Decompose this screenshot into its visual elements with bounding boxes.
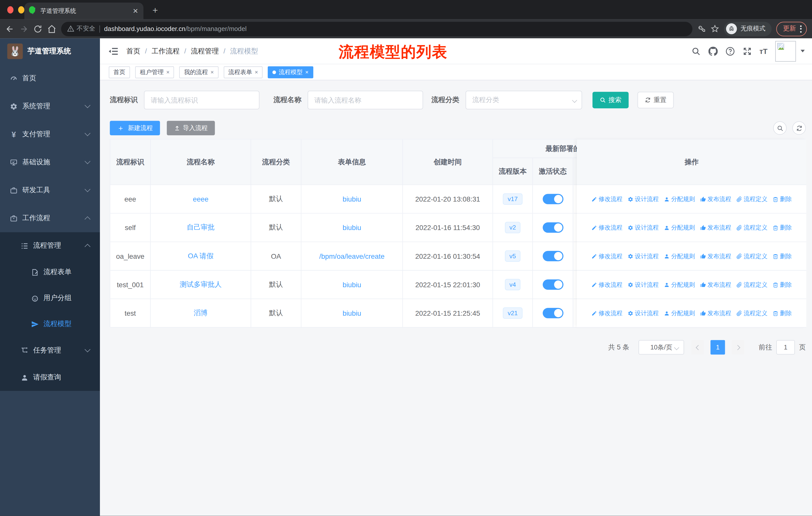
maximize-window-button[interactable] xyxy=(29,6,35,13)
sidebar-item-leave-query[interactable]: 请假查询 xyxy=(0,364,100,391)
search-button[interactable]: 搜索 xyxy=(592,92,629,108)
process-name-input[interactable] xyxy=(314,96,416,104)
sidebar-collapse-icon[interactable] xyxy=(109,47,119,55)
process-definition-link[interactable]: 流程定义 xyxy=(736,252,767,260)
design-process-link[interactable]: 设计流程 xyxy=(628,224,659,232)
version-badge[interactable]: v5 xyxy=(505,250,521,262)
tag-tenant[interactable]: 租户管理× xyxy=(135,66,174,78)
refresh-table-button[interactable] xyxy=(792,121,806,135)
form-info-link[interactable]: biubiu xyxy=(343,281,361,289)
goto-page-input[interactable] xyxy=(776,340,795,355)
model-name-link[interactable]: eeee xyxy=(193,195,208,203)
page-number-1[interactable]: 1 xyxy=(710,340,725,355)
assign-rule-link[interactable]: 分配规则 xyxy=(664,252,695,260)
modify-process-link[interactable]: 修改流程 xyxy=(591,224,622,232)
assign-rule-link[interactable]: 分配规则 xyxy=(664,309,695,317)
tab-close-icon[interactable]: ✕ xyxy=(133,7,138,15)
breadcrumb-workflow[interactable]: 工作流程 xyxy=(151,46,179,56)
tag-close-icon[interactable]: × xyxy=(166,69,169,75)
sidebar-item-system[interactable]: 系统管理 xyxy=(0,92,100,120)
bookmark-star-icon[interactable] xyxy=(710,24,719,33)
delete-link[interactable]: 删除 xyxy=(773,309,792,317)
reset-button[interactable]: 重置 xyxy=(638,92,674,108)
sidebar-item-process-management[interactable]: 流程管理 xyxy=(0,232,100,259)
show-search-button[interactable] xyxy=(773,121,787,135)
font-size-icon[interactable]: тT xyxy=(759,47,767,55)
tag-process-model[interactable]: 流程模型× xyxy=(268,66,313,78)
process-definition-link[interactable]: 流程定义 xyxy=(736,195,767,203)
form-info-link[interactable]: biubiu xyxy=(343,309,361,317)
publish-process-link[interactable]: 发布流程 xyxy=(700,309,731,317)
sidebar-item-home[interactable]: 首页 xyxy=(0,64,100,92)
page-size-select[interactable]: 10条/页 xyxy=(639,340,684,355)
assign-rule-link[interactable]: 分配规则 xyxy=(664,281,695,289)
sidebar-item-payment[interactable]: ¥ 支付管理 xyxy=(0,120,100,148)
sidebar-item-process-model[interactable]: 流程模型 xyxy=(0,311,100,337)
assign-rule-link[interactable]: 分配规则 xyxy=(664,195,695,203)
delete-link[interactable]: 删除 xyxy=(773,281,792,289)
avatar-caret-icon[interactable] xyxy=(801,50,805,52)
breadcrumb-home[interactable]: 首页 xyxy=(126,46,141,56)
model-name-link[interactable]: 滔博 xyxy=(194,308,208,318)
tag-home[interactable]: 首页 xyxy=(109,66,130,78)
fullscreen-icon[interactable] xyxy=(742,46,752,56)
design-process-link[interactable]: 设计流程 xyxy=(628,281,659,289)
process-definition-link[interactable]: 流程定义 xyxy=(736,281,767,289)
modify-process-link[interactable]: 修改流程 xyxy=(591,195,622,203)
delete-link[interactable]: 删除 xyxy=(773,252,792,260)
publish-process-link[interactable]: 发布流程 xyxy=(700,281,731,289)
tag-close-icon[interactable]: × xyxy=(210,69,214,75)
modify-process-link[interactable]: 修改流程 xyxy=(591,309,622,317)
active-toggle[interactable] xyxy=(543,308,563,318)
prev-page-button[interactable] xyxy=(691,340,704,355)
update-button[interactable]: 更新 xyxy=(776,21,807,36)
sidebar-item-user-group[interactable]: 用户分组 xyxy=(0,285,100,311)
sidebar-item-process-form[interactable]: 流程表单 xyxy=(0,259,100,285)
process-definition-link[interactable]: 流程定义 xyxy=(736,309,767,317)
new-tab-button[interactable]: ＋ xyxy=(151,4,160,16)
form-info-link[interactable]: /bpm/oa/leave/create xyxy=(319,252,384,260)
forward-icon[interactable] xyxy=(19,24,28,33)
process-definition-link[interactable]: 流程定义 xyxy=(736,224,767,232)
model-name-link[interactable]: 自己审批 xyxy=(187,223,215,232)
version-badge[interactable]: v17 xyxy=(503,193,522,205)
assign-rule-link[interactable]: 分配规则 xyxy=(664,224,695,232)
active-toggle[interactable] xyxy=(543,251,563,261)
form-info-link[interactable]: biubiu xyxy=(343,224,361,232)
process-name-field[interactable] xyxy=(308,91,423,109)
password-key-icon[interactable] xyxy=(697,24,706,33)
security-warning[interactable]: 不安全 xyxy=(67,24,95,33)
search-icon[interactable] xyxy=(691,46,700,56)
sidebar-item-workflow[interactable]: 工作流程 xyxy=(0,204,100,232)
publish-process-link[interactable]: 发布流程 xyxy=(700,195,731,203)
help-icon[interactable] xyxy=(725,46,735,56)
active-toggle[interactable] xyxy=(543,222,563,233)
tag-close-icon[interactable]: × xyxy=(305,69,308,75)
sidebar-item-task-management[interactable]: 任务管理 xyxy=(0,337,100,364)
github-icon[interactable] xyxy=(708,46,718,56)
home-icon[interactable] xyxy=(47,24,56,33)
design-process-link[interactable]: 设计流程 xyxy=(628,195,659,203)
address-bar[interactable]: 不安全 dashboard.yudao.iocoder.cn/bpm/manag… xyxy=(61,21,692,36)
delete-link[interactable]: 删除 xyxy=(773,224,792,232)
active-toggle[interactable] xyxy=(543,194,563,204)
minimize-window-button[interactable] xyxy=(18,6,24,13)
active-toggle[interactable] xyxy=(543,279,563,290)
form-info-link[interactable]: biubiu xyxy=(343,195,361,203)
category-select[interactable]: 流程分类 xyxy=(466,91,582,109)
browser-menu-icon[interactable] xyxy=(800,25,802,32)
breadcrumb-process-management[interactable]: 流程管理 xyxy=(191,46,219,56)
import-process-button[interactable]: 导入流程 xyxy=(167,121,215,135)
publish-process-link[interactable]: 发布流程 xyxy=(700,252,731,260)
version-badge[interactable]: v2 xyxy=(505,222,521,233)
version-badge[interactable]: v21 xyxy=(503,307,522,319)
modify-process-link[interactable]: 修改流程 xyxy=(591,252,622,260)
sidebar-logo[interactable]: 🐰 芋道管理系统 xyxy=(0,38,100,64)
design-process-link[interactable]: 设计流程 xyxy=(628,252,659,260)
tag-close-icon[interactable]: × xyxy=(255,69,258,75)
model-name-link[interactable]: OA 请假 xyxy=(188,251,213,261)
model-name-link[interactable]: 测试多审批人 xyxy=(180,280,222,289)
process-id-field[interactable] xyxy=(144,91,260,109)
publish-process-link[interactable]: 发布流程 xyxy=(700,224,731,232)
modify-process-link[interactable]: 修改流程 xyxy=(591,281,622,289)
